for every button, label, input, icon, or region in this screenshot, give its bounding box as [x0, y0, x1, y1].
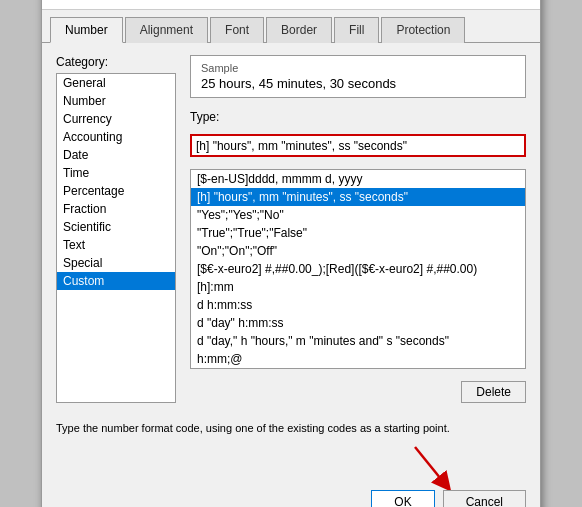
tab-fill[interactable]: Fill [334, 17, 379, 43]
close-button[interactable]: ✕ [510, 0, 530, 3]
format-list[interactable]: [$-en-US]dddd, mmmm d, yyyy [h] "hours",… [190, 169, 526, 369]
delete-button[interactable]: Delete [461, 381, 526, 403]
category-general[interactable]: General [57, 74, 175, 92]
sample-value: 25 hours, 45 minutes, 30 seconds [201, 76, 515, 91]
format-item[interactable]: "Yes";"Yes";"No" [191, 206, 525, 224]
format-item[interactable]: [$€-x-euro2] #,##0.00_);[Red]([$€-x-euro… [191, 260, 525, 278]
category-list[interactable]: General Number Currency Accounting Date … [56, 73, 176, 403]
dialog-title: Format Cells [52, 0, 131, 2]
format-item-selected[interactable]: [h] "hours", mm "minutes", ss "seconds" [191, 188, 525, 206]
right-panel: Sample 25 hours, 45 minutes, 30 seconds … [190, 55, 526, 403]
type-label: Type: [190, 110, 526, 124]
type-input[interactable] [196, 139, 520, 153]
category-fraction[interactable]: Fraction [57, 200, 175, 218]
format-cells-dialog: Format Cells ? ✕ Number Alignment Font B… [41, 0, 541, 507]
category-scientific[interactable]: Scientific [57, 218, 175, 236]
format-item[interactable]: "On";"On";"Off" [191, 242, 525, 260]
tab-number[interactable]: Number [50, 17, 123, 43]
category-date[interactable]: Date [57, 146, 175, 164]
title-bar-controls: ? ✕ [486, 0, 530, 3]
category-percentage[interactable]: Percentage [57, 182, 175, 200]
category-number[interactable]: Number [57, 92, 175, 110]
tab-protection[interactable]: Protection [381, 17, 465, 43]
title-bar: Format Cells ? ✕ [42, 0, 540, 10]
hint-text: Type the number format code, using one o… [42, 415, 540, 442]
tab-bar: Number Alignment Font Border Fill Protec… [42, 10, 540, 43]
tab-alignment[interactable]: Alignment [125, 17, 208, 43]
category-text[interactable]: Text [57, 236, 175, 254]
format-item[interactable]: d "day," h "hours," m "minutes and" s "s… [191, 332, 525, 350]
main-content: Category: General Number Currency Accoun… [42, 43, 540, 415]
category-custom[interactable]: Custom [57, 272, 175, 290]
format-item[interactable]: d "day" h:mm:ss [191, 314, 525, 332]
ok-button[interactable]: OK [371, 490, 434, 507]
format-item[interactable]: [$-en-US]dddd, mmmm d, yyyy [191, 170, 525, 188]
category-accounting[interactable]: Accounting [57, 128, 175, 146]
tab-font[interactable]: Font [210, 17, 264, 43]
format-item[interactable]: h:mm;@ [191, 350, 525, 368]
category-time[interactable]: Time [57, 164, 175, 182]
left-panel: Category: General Number Currency Accoun… [56, 55, 176, 403]
sample-label: Sample [201, 62, 515, 74]
format-item[interactable]: "True";"True";"False" [191, 224, 525, 242]
help-button[interactable]: ? [486, 0, 502, 3]
category-label: Category: [56, 55, 176, 69]
dialog-footer: OK Cancel [42, 482, 540, 507]
format-item[interactable]: d h:mm:ss [191, 296, 525, 314]
format-item[interactable]: [h]:mm [191, 278, 525, 296]
category-special[interactable]: Special [57, 254, 175, 272]
tab-border[interactable]: Border [266, 17, 332, 43]
cancel-button[interactable]: Cancel [443, 490, 526, 507]
type-input-wrapper [190, 134, 526, 157]
category-currency[interactable]: Currency [57, 110, 175, 128]
sample-box: Sample 25 hours, 45 minutes, 30 seconds [190, 55, 526, 98]
svg-line-1 [415, 447, 445, 484]
delete-row: Delete [190, 381, 526, 403]
